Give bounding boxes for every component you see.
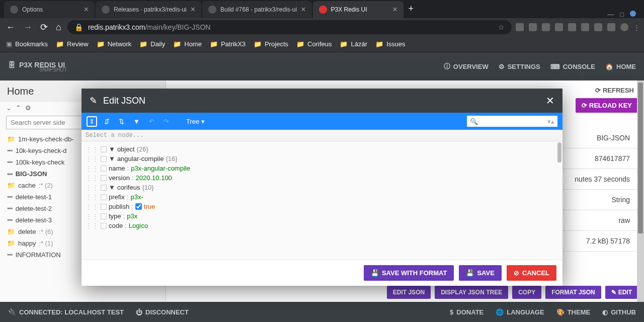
collapse-up-icon[interactable]: ⌃ — [16, 104, 21, 112]
close-icon[interactable]: × — [392, 5, 397, 14]
language-button[interactable]: 🌐LANGUAGE — [496, 308, 544, 316]
json-checkbox[interactable] — [135, 203, 142, 210]
extension-icon[interactable] — [516, 23, 524, 31]
bookmark-item[interactable]: 📁Issues — [375, 40, 406, 48]
display-tree-button[interactable]: DISPLAY JSON TREE — [435, 286, 508, 299]
mode-selector[interactable]: Tree ▾ — [186, 118, 205, 125]
json-key[interactable]: publish — [109, 203, 129, 210]
bookmark-item[interactable]: 📁Projects — [254, 40, 288, 48]
extension-icon[interactable] — [594, 23, 602, 31]
json-key[interactable]: code — [109, 222, 123, 229]
filter-icon[interactable]: ▼ — [131, 117, 142, 126]
minimize-icon[interactable]: — — [607, 11, 614, 18]
json-value[interactable]: p3x — [127, 212, 137, 220]
reload-button[interactable]: ⟳ — [38, 20, 50, 35]
redo-icon[interactable]: ↷ — [162, 117, 171, 126]
bookmark-item[interactable]: ▣Bookmarks — [6, 40, 48, 48]
connection-status[interactable]: 🔌CONNECTED: LOCALHOST TEST — [8, 308, 124, 316]
tree-label: delete-test-2 — [16, 205, 52, 212]
browser-tab-active[interactable]: P3X Redis UI× — [313, 1, 404, 18]
theme-button[interactable]: 🎨THEME — [556, 308, 591, 316]
nav-overview[interactable]: ⓘOVERVIEW — [444, 62, 489, 71]
json-value[interactable]: 2020.10.100 — [136, 174, 172, 182]
url-input[interactable]: 🔒 redis.patrikx3.com/main/key/BIG-JSON ☆ — [67, 20, 512, 34]
close-icon[interactable]: × — [191, 5, 195, 14]
browser-tab[interactable]: Releases · patrikx3/redis-ui× — [96, 1, 201, 18]
window-close-icon[interactable] — [630, 11, 636, 17]
json-node[interactable]: angular-compile — [117, 155, 164, 163]
refresh-button[interactable]: ⟳REFRESH — [595, 87, 634, 94]
close-icon[interactable]: × — [84, 5, 89, 14]
extension-icon[interactable] — [542, 23, 550, 31]
json-tree-editor[interactable]: ⋮⋮ ▼ object {26} ⋮⋮ ▼ angular-compile {1… — [82, 141, 562, 260]
copy-button[interactable]: COPY — [512, 286, 541, 299]
json-value[interactable]: p3x- — [130, 193, 143, 201]
browser-tab[interactable]: Options× — [4, 1, 95, 18]
kv-value: String — [611, 196, 630, 204]
scrollbar-thumb[interactable] — [638, 83, 643, 233]
new-tab-button[interactable]: + — [405, 0, 418, 18]
dialog-close-button[interactable]: ✕ — [546, 95, 554, 107]
json-key[interactable]: name — [109, 165, 125, 172]
expand-all-icon[interactable]: ⇕ — [87, 116, 97, 127]
save-button[interactable]: 💾SAVE — [459, 265, 501, 281]
menu-icon[interactable]: ⋮ — [633, 24, 640, 31]
maximize-icon[interactable]: □ — [620, 11, 624, 18]
extension-icon[interactable] — [555, 23, 563, 31]
bookmark-item[interactable]: 📁Network — [97, 40, 132, 48]
nav-settings[interactable]: ⚙SETTINGS — [499, 62, 540, 71]
close-icon[interactable]: × — [301, 5, 305, 14]
forward-button[interactable]: → — [21, 20, 34, 35]
gear-icon[interactable]: ⚙ — [25, 104, 31, 112]
bookmark-item[interactable]: 📁Review — [56, 40, 89, 48]
home-button[interactable]: ⌂ — [54, 20, 63, 35]
bookmark-item[interactable]: 📁Home — [173, 40, 202, 48]
sort-icon[interactable]: ⇅ — [117, 117, 126, 126]
browser-tab[interactable]: Build #768 - patrikx3/redis-ui× — [202, 1, 311, 18]
extension-icon[interactable] — [581, 23, 589, 31]
dialog-footer: 💾SAVE WITH FORMAT 💾SAVE ⊘CANCEL — [82, 260, 562, 286]
bookmark-label: Home — [184, 40, 202, 48]
nav-console[interactable]: ⌨CONSOLE — [550, 62, 595, 71]
bookmark-item[interactable]: 📁Daily — [139, 40, 165, 48]
edit-json-button[interactable]: EDIT JSON — [387, 286, 431, 299]
extension-icon[interactable] — [568, 23, 576, 31]
save-with-format-button[interactable]: 💾SAVE WITH FORMAT — [364, 265, 454, 281]
cancel-button[interactable]: ⊘CANCEL — [507, 265, 556, 281]
avatar[interactable] — [620, 23, 628, 31]
reload-key-button[interactable]: ⟳RELOAD KEY — [576, 98, 638, 113]
bookmark-label: Corifeus — [307, 40, 332, 48]
json-value[interactable]: p3x-angular-compile — [131, 165, 190, 172]
bookmark-item[interactable]: 📁PatrikX3 — [210, 40, 246, 48]
kv-value: nutes 37 seconds — [575, 175, 630, 183]
bookmark-item[interactable]: 📁Lázár — [340, 40, 367, 48]
json-node[interactable]: object — [117, 145, 135, 153]
json-node[interactable]: corifeus — [117, 184, 140, 191]
chevron-down-icon[interactable]: ▾▴ — [547, 118, 554, 125]
nav-home[interactable]: 🏠HOME — [605, 62, 636, 71]
disconnect-button[interactable]: ⏻DISCONNECT — [136, 308, 189, 316]
scrollbar-thumb[interactable] — [557, 142, 561, 163]
expand-down-icon[interactable]: ⌄ — [6, 104, 12, 112]
extension-icon[interactable] — [529, 23, 537, 31]
undo-icon[interactable]: ↶ — [147, 117, 156, 126]
collapse-all-icon[interactable]: ⇵ — [102, 117, 112, 126]
tab-title: Releases · patrikx3/redis-ui — [114, 6, 187, 13]
json-path-bar[interactable]: Select a node... — [82, 130, 562, 141]
github-button[interactable]: ◐GITHUB — [602, 308, 636, 316]
json-value[interactable]: true — [144, 203, 155, 210]
action-buttons: EDIT JSON DISPLAY JSON TREE COPY FORMAT … — [387, 286, 638, 299]
back-button[interactable]: ← — [4, 20, 17, 35]
edit-button[interactable]: ✎ EDIT — [605, 286, 638, 299]
scrollbar[interactable] — [637, 80, 644, 302]
bookmark-item[interactable]: 📁Corifeus — [296, 40, 332, 48]
json-search-input[interactable]: 🔍▾▴ — [467, 116, 557, 127]
json-key[interactable]: version — [109, 174, 130, 182]
donate-button[interactable]: $DONATE — [450, 308, 484, 316]
format-json-button[interactable]: FORMAT JSON — [545, 286, 601, 299]
star-icon[interactable]: ☆ — [498, 23, 505, 31]
json-key[interactable]: type — [109, 212, 121, 220]
extension-icon[interactable] — [607, 23, 615, 31]
json-value[interactable]: Logico — [129, 222, 148, 229]
json-key[interactable]: prefix — [109, 193, 125, 201]
